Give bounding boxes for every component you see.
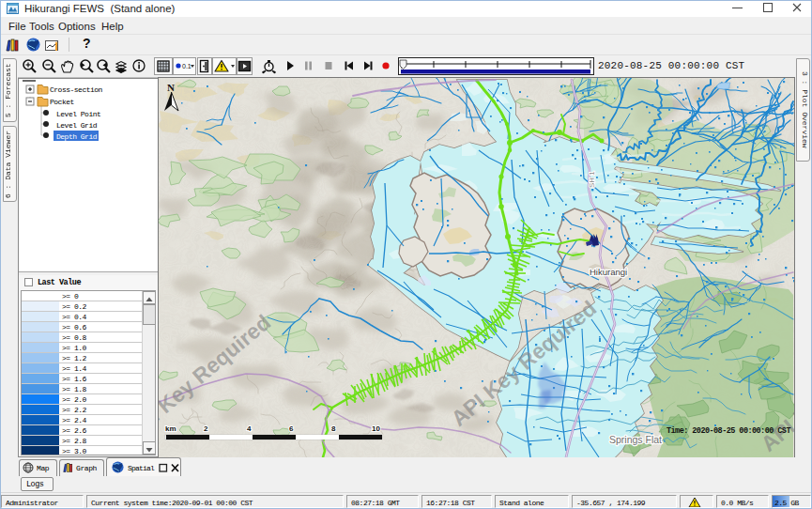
svg-text:Time: 2020-08-25 00:00:00 CST: Time: 2020-08-25 00:00:00 CST	[666, 426, 790, 436]
svg-text:2: 2	[204, 424, 208, 433]
svg-text:Level Grid: Level Grid	[56, 121, 98, 130]
svg-text:SH 1: SH 1	[588, 171, 596, 188]
svg-text:0.1: 0.1	[182, 63, 192, 69]
svg-text:Depth Grid: Depth Grid	[56, 132, 98, 141]
svg-text:8: 8	[331, 424, 336, 433]
svg-text:Pocket: Pocket	[50, 98, 74, 106]
svg-text:4: 4	[247, 424, 252, 433]
svg-text:10: 10	[372, 424, 380, 433]
svg-text:6: 6	[289, 424, 294, 433]
svg-text:Hikurangi: Hikurangi	[590, 267, 627, 277]
svg-text:Level Point: Level Point	[56, 110, 100, 118]
svg-text:N: N	[167, 82, 175, 93]
svg-text:Springs Flat: Springs Flat	[609, 434, 662, 445]
svg-text:Cross-section: Cross-section	[50, 85, 103, 94]
svg-text:km: km	[165, 424, 176, 433]
